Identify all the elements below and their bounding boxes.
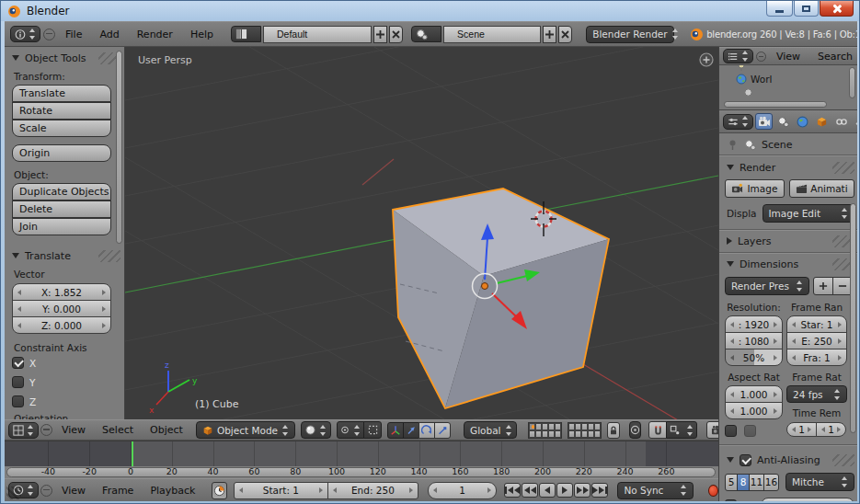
layer-cell[interactable] <box>535 430 542 438</box>
scene-add-button[interactable] <box>543 26 556 43</box>
scene-delete-button[interactable] <box>558 26 572 43</box>
play-button[interactable] <box>556 483 573 498</box>
frame-end-field[interactable]: E: 250 <box>786 332 847 349</box>
jump-to-start-button[interactable] <box>504 483 521 498</box>
tab-modifiers-partial[interactable] <box>852 113 857 130</box>
timeline-ruler[interactable]: -40-200204060801001201401601802002202402… <box>5 466 718 478</box>
aa-samples-11-button[interactable]: 11 <box>749 474 764 491</box>
collapse-menus-icon[interactable] <box>43 29 55 40</box>
partial-field-clipped[interactable] <box>761 498 854 501</box>
menu-object[interactable]: Object <box>143 424 190 436</box>
mini-axis-gizmo[interactable]: z y x <box>149 361 198 415</box>
editor-type-properties-button[interactable] <box>723 114 753 130</box>
layer-cell[interactable] <box>594 430 601 438</box>
layer-cell[interactable] <box>555 423 561 430</box>
jump-to-end-button[interactable] <box>591 483 608 498</box>
full-sample-checkbox-partial[interactable] <box>725 499 737 502</box>
frame-start-field[interactable]: Start: 1 <box>234 482 328 499</box>
layer-cell[interactable] <box>542 430 548 438</box>
tab-scene[interactable] <box>774 113 792 130</box>
border-checkbox[interactable] <box>725 425 737 437</box>
viewport-shading-dropdown[interactable] <box>301 421 331 439</box>
scale-button[interactable]: Scale <box>12 120 111 137</box>
current-frame-field[interactable]: 1 <box>428 482 498 499</box>
frame-end-field[interactable]: End: 250 <box>327 482 419 499</box>
editor-type-outliner-button[interactable] <box>723 49 753 63</box>
anti-aliasing-checkbox[interactable] <box>740 454 751 466</box>
duplicate-objects-button[interactable]: Duplicate Objects <box>12 183 111 200</box>
display-mode-dropdown[interactable]: Image Edit <box>763 204 855 223</box>
remap-old-field[interactable]: 1 <box>786 422 817 437</box>
collapse-menus-icon[interactable] <box>756 52 766 62</box>
prev-keyframe-button[interactable] <box>522 483 538 498</box>
aa-samples-5-button[interactable]: 5 <box>725 474 738 491</box>
menu-add[interactable]: Add <box>92 29 126 40</box>
translate-button[interactable]: Translate <box>12 85 111 102</box>
render-engine-dropdown[interactable]: Blender Render <box>586 26 674 43</box>
titlebar[interactable]: Blender <box>1 1 859 21</box>
aa-filter-dropdown[interactable]: Mitche <box>785 473 854 491</box>
maximize-button[interactable] <box>794 1 819 17</box>
render-animation-button[interactable]: Animati <box>789 179 854 198</box>
vector-z-field[interactable]: Z: 0.000 <box>12 316 111 334</box>
breadcrumb-scene[interactable]: Scene <box>762 139 793 151</box>
manipulator-toggle-button[interactable] <box>363 421 382 439</box>
timeline-track[interactable] <box>5 441 718 466</box>
screen-layout-icon-button[interactable] <box>231 26 261 42</box>
render-preset-dropdown[interactable]: Render Pres <box>725 277 809 295</box>
current-frame-marker[interactable] <box>132 441 133 466</box>
properties-scrollbar[interactable] <box>850 203 856 433</box>
tool-shelf-scrollbar[interactable] <box>116 51 122 244</box>
auto-keyframe-record-button[interactable] <box>708 485 718 497</box>
aspect-y-field[interactable]: 1.000 <box>725 402 783 419</box>
translate-manipulator-button[interactable] <box>403 422 419 439</box>
pin-icon[interactable] <box>727 139 739 151</box>
timeline-scrollbar[interactable] <box>6 467 716 477</box>
menu-select[interactable]: Select <box>95 424 141 436</box>
menu-view[interactable]: View <box>769 51 808 63</box>
outliner-item-world[interactable]: Worl <box>736 73 772 86</box>
pivot-point-dropdown[interactable] <box>337 421 364 439</box>
panel-header-anti-aliasing[interactable]: Anti-Aliasing <box>719 452 857 467</box>
outliner-h-scrollbar[interactable] <box>724 101 827 108</box>
collapsed-region-plus-icon[interactable] <box>700 53 713 66</box>
layer-cell[interactable] <box>555 430 561 438</box>
menu-search[interactable]: Search <box>810 51 857 63</box>
layer-cell[interactable] <box>588 430 594 438</box>
layer-cell[interactable] <box>575 430 581 438</box>
frame-rate-dropdown[interactable]: 24 fps <box>786 385 847 403</box>
constraint-x-checkbox[interactable] <box>12 357 24 369</box>
resolution-y-field[interactable]: : 1080 <box>725 332 783 349</box>
panel-drag-stripes[interactable] <box>832 454 854 466</box>
transform-orientation-dropdown[interactable]: Global <box>464 421 517 439</box>
resolution-x-field[interactable]: : 1920 <box>725 315 783 333</box>
delete-button[interactable]: Delete <box>12 200 111 218</box>
layout-delete-button[interactable] <box>389 26 403 43</box>
layer-cell[interactable] <box>568 430 575 438</box>
scene-icon-button[interactable] <box>411 26 441 42</box>
collapse-menus-icon[interactable] <box>40 424 52 436</box>
viewport-canvas[interactable]: z y x <box>125 47 718 419</box>
viewport-3d[interactable]: z y x User Persp (1) Cube <box>125 47 718 419</box>
vector-y-field[interactable]: Y: 0.000 <box>12 300 111 317</box>
frame-step-field[interactable]: Fra: 1 <box>786 349 847 366</box>
outliner-item-partial[interactable] <box>736 65 747 73</box>
aa-samples-8-button[interactable]: 8 <box>737 474 750 491</box>
layer-cell[interactable] <box>581 423 588 430</box>
menu-frame[interactable]: Frame <box>95 485 141 497</box>
preset-add-button[interactable] <box>813 277 833 295</box>
panel-header-layers[interactable]: Layers <box>719 234 857 248</box>
scale-manipulator-button[interactable] <box>434 422 451 439</box>
render-image-button[interactable]: Image <box>725 179 785 198</box>
rotate-button[interactable]: Rotate <box>12 102 111 120</box>
layer-cell[interactable] <box>542 423 548 430</box>
manipulator-axes-button[interactable] <box>387 422 404 439</box>
panel-header-object-tools[interactable]: Object Tools <box>5 49 124 67</box>
tab-world[interactable] <box>794 113 811 130</box>
layer-cell[interactable] <box>529 430 535 438</box>
menu-view[interactable]: View <box>54 424 93 436</box>
layer-cell[interactable] <box>548 430 555 438</box>
sync-mode-dropdown[interactable]: No Sync <box>617 482 694 499</box>
play-reverse-button[interactable] <box>539 483 556 498</box>
outliner-item-partial-2[interactable] <box>743 86 753 98</box>
